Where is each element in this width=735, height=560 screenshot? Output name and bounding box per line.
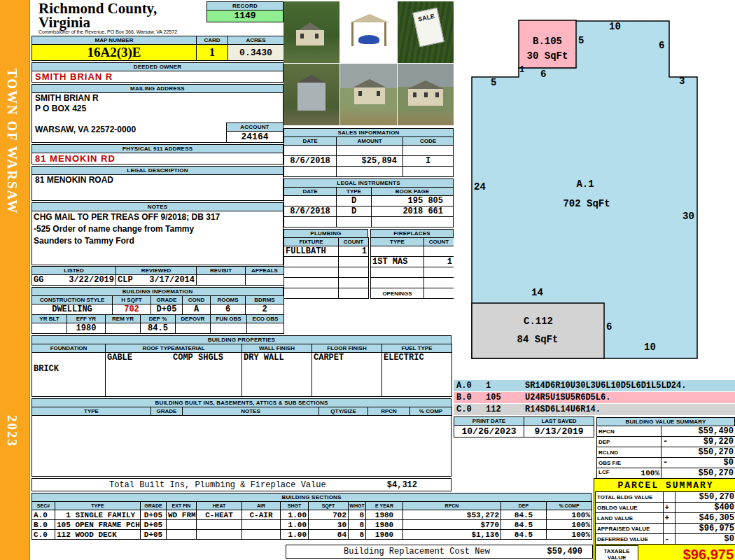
built-ins-total-label: Total Built Ins, Plumbing & Fireplace Va… — [109, 480, 326, 490]
account-value: 24164 — [226, 131, 284, 143]
openings-label: OPENINGS — [371, 288, 424, 299]
physical-address-value: 81 MENOKIN RD — [31, 153, 284, 164]
deeded-owner-section: DEEDED OWNER SMITH BRIAN R — [31, 62, 284, 83]
taxable-value: $96,975 — [638, 545, 735, 560]
sales-row: 8/6/2018 $25,894 I — [284, 156, 454, 167]
sketch-dim: 24 — [474, 181, 486, 192]
building-information-section: BUILDING INFORMATION CONSTRUCTION STYLE … — [31, 287, 284, 334]
card-value: 1 — [197, 45, 228, 61]
plumbing-row: FULLBATH1 — [284, 246, 369, 257]
print-save-table: PRINT DATE LAST SAVED 10/26/2023 9/13/20… — [454, 416, 594, 438]
photo-shed[interactable] — [284, 64, 340, 125]
heated-sqft-value: 702 — [113, 304, 151, 315]
building-section-row: A.0 1 SINGLE FAMILY D+05 WD FRM C-HEAT C… — [32, 510, 592, 520]
revisit-label: REVISIT — [197, 267, 246, 275]
economic-obs-value — [247, 323, 284, 334]
replacement-cost-label: Building Replacement Cost New — [344, 547, 490, 556]
physical-address-section: PHYSICAL 911 ADDRESS 81 MENOKIN RD — [31, 144, 284, 164]
bvs-row: OBS F/E -$0 — [597, 458, 735, 468]
construction-style-value: DWELLING — [32, 304, 113, 315]
sketch-shapes — [454, 0, 735, 378]
reviewed-label: REVIEWED — [116, 267, 197, 275]
map-card-acres-section: MAP NUMBER CARD ACRES 16A2(3)E 1 0.3430 — [31, 36, 284, 61]
acres-value: 0.3430 — [228, 45, 284, 61]
parcel-summary-table: TOTAL BLDG VALUE $50,270 OBLDG VALUE + $… — [595, 491, 735, 545]
section-c-outline — [472, 303, 604, 358]
plumbing-fireplaces-row: PLUMBING FIXTURE COUNT FULLBATH1 FIREPLA… — [284, 229, 454, 299]
record-value: 1149 — [206, 10, 284, 22]
legal-description-value: 81 MENOKIN ROAD — [32, 175, 283, 186]
building-information-table: CONSTRUCTION STYLE H SQFT GRADE COND ROO… — [31, 295, 284, 315]
notes-section: NOTES CHG MAIL TO PER TREAS OFF 9/2018; … — [31, 202, 284, 265]
foundation-value: BRICK — [32, 353, 106, 397]
depreciation-value: 84.5 — [141, 323, 176, 334]
building-value-summary: BUILDING VALUE SUMMARY RPCN $59,490 DEP … — [596, 417, 735, 479]
sketch-dim: 10 — [609, 21, 621, 32]
fireplace-row — [371, 246, 454, 257]
record-card-middle-column: SALE SALES INFORMATION DATE AMOUNT CODE — [284, 1, 454, 299]
plumbing-row — [284, 288, 369, 299]
review-section: LISTED REVIEWED REVISIT APPEALS GG3/22/2… — [31, 266, 284, 286]
sale-sign: SALE — [412, 8, 444, 47]
account-number-box: ACCOUNT 24164 — [226, 122, 284, 143]
county-name: Richmond County, Virginia — [38, 1, 206, 29]
bvs-row: LCF100% $50,270 — [597, 468, 735, 479]
plumbing-row — [284, 278, 369, 288]
grade-value: D+05 — [151, 304, 183, 315]
legend-row-b: B.0 105 U24R5U1SU5R6D5L6. — [454, 392, 735, 403]
sketch-dim: 10 — [644, 342, 656, 353]
record-card-right-column: 10 6 5 3 5 1 6 24 30 14 6 10 B.105 30 Sq… — [454, 0, 735, 476]
review-table: LISTED REVIEWED REVISIT APPEALS GG3/22/2… — [31, 266, 284, 286]
last-saved-label: LAST SAVED — [524, 417, 594, 426]
photo-house-street-view[interactable] — [284, 1, 340, 63]
legend-row-c: C.0 112 R14SD6L14U6R14. — [454, 404, 735, 415]
photo-house-front[interactable] — [340, 64, 396, 125]
plumbing-row — [284, 257, 369, 267]
building-section-row: B.0 105 OPEN FRAME PCH D+05 1.00 30 8 19… — [32, 520, 592, 530]
plumbing-section: PLUMBING FIXTURE COUNT FULLBATH1 — [284, 229, 368, 299]
sales-table: DATE AMOUNT CODE 8/6/2018 $25,894 I — [284, 136, 454, 177]
section-c-size: 84 SqFt — [517, 334, 559, 345]
dep-override-value — [176, 323, 211, 334]
built-ins-total-row: Total Built Ins, Plumbing & Fireplace Va… — [31, 478, 451, 491]
mailing-line: SMITH BRIAN R — [32, 93, 283, 104]
jurisdiction-title: TOWN OF WARSAW — [4, 69, 20, 214]
fuel-type-value: ELECTRIC — [382, 353, 452, 397]
deeded-owner-value: SMITH BRIAN R — [31, 71, 284, 83]
taxable-value-row: TAXABLE VALUE $96,975 — [595, 545, 735, 560]
section-b-size: 30 SqFt — [527, 50, 568, 62]
parcel-row: DEFERRED VALUE - $0 — [596, 534, 735, 545]
effective-year-value: 1980 — [67, 323, 106, 334]
sketch-dim: 30 — [682, 211, 694, 222]
acres-label: ACRES — [228, 36, 284, 45]
building-year-table: YR BLT EFF YR REM YR DEP % DEPOVR FUN OB… — [31, 314, 284, 334]
taxable-value-label: TAXABLE VALUE — [595, 545, 638, 560]
legal-instruments-section: LEGAL INSTRUMENTS DATE TYPE BOOK PAGE D … — [284, 178, 454, 227]
photo-carport[interactable] — [340, 1, 396, 63]
parcel-row: LAND VALUE + $46,305 — [596, 513, 735, 524]
parcel-row: TOTAL BLDG VALUE $50,270 — [596, 492, 735, 503]
sketch-dim: 6 — [540, 69, 546, 80]
record-number-box: RECORD 1149 — [206, 1, 284, 35]
fireplace-row — [371, 267, 454, 278]
county-header: Richmond County, Virginia Commissioner o… — [31, 1, 284, 35]
revisit-value — [197, 275, 246, 286]
bvs-row: DEP -$9,220 — [597, 437, 735, 447]
legal-instrument-row: D 195 805 — [284, 196, 454, 206]
fireplace-row: 1ST MAS1 — [371, 257, 454, 267]
property-photos: SALE — [284, 1, 454, 125]
sketch-dim: 6 — [606, 321, 612, 332]
functional-obs-value — [211, 323, 247, 334]
photo-for-sale-sign[interactable]: SALE — [398, 1, 454, 63]
fireplace-row — [371, 278, 454, 288]
section-a-id: A.1 — [576, 178, 594, 190]
building-sections-section: BUILDING SECTIONS SEC# TYPE GRADE EXT FI… — [31, 493, 592, 540]
roof-value: GABLECOMP SHGLS — [106, 353, 242, 397]
building-section-row: C.0 112 WOOD DECK D+05 1.00 84 8 1980 $1… — [32, 530, 592, 540]
tax-year: 2023 — [4, 415, 20, 447]
building-properties-table: FOUNDATION ROOF TYPE/MATERIAL WALL FINIS… — [31, 344, 452, 397]
replacement-cost-value: $59,490 — [547, 547, 582, 556]
photo-house-side[interactable] — [398, 64, 454, 125]
remodel-year-value — [106, 323, 141, 334]
sales-row — [284, 146, 454, 156]
